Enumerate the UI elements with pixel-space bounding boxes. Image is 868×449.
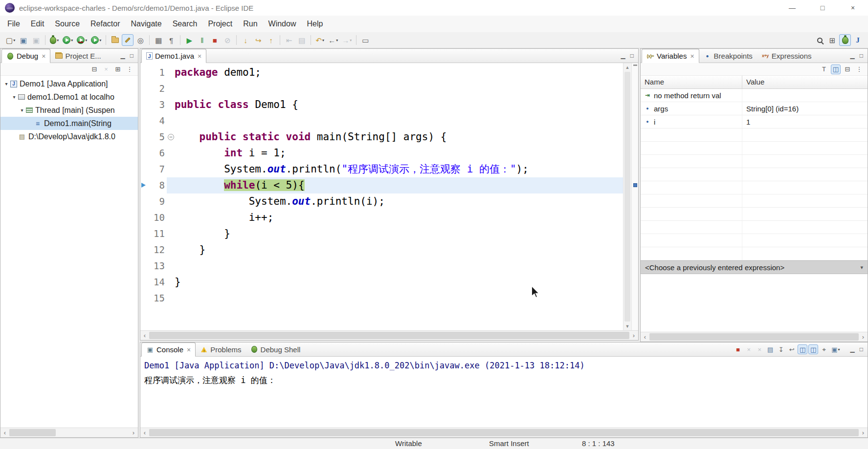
terminate-button[interactable]: ■ xyxy=(209,34,221,46)
run-button[interactable]: ▾ xyxy=(61,34,74,46)
suspend-button[interactable]: ‖ xyxy=(196,34,208,46)
code-text[interactable] xyxy=(175,81,623,97)
forward-button[interactable]: →▾ xyxy=(340,34,353,46)
code-text[interactable] xyxy=(175,113,623,129)
scroll-right-icon[interactable] xyxy=(129,428,138,437)
console-output[interactable]: Demo1 [Java Application] D:\Develop\Java… xyxy=(140,357,868,428)
collapse-all-button[interactable]: ⊟ xyxy=(843,64,852,74)
close-tab-icon[interactable]: × xyxy=(690,52,694,60)
menu-item-file[interactable]: File xyxy=(2,16,25,32)
menu-item-window[interactable]: Window xyxy=(263,16,302,32)
menu-item-edit[interactable]: Edit xyxy=(25,16,50,32)
tree-item-demo1-main-string[interactable]: Demo1.main(String xyxy=(0,117,138,130)
variables-detail-pane[interactable] xyxy=(641,274,868,332)
scroll-thumb[interactable] xyxy=(624,72,630,321)
run-external-tools-button[interactable]: ▾ xyxy=(89,34,103,46)
menu-item-source[interactable]: Source xyxy=(49,16,85,32)
open-console-button[interactable]: ▣▾ xyxy=(830,344,841,354)
open-perspective-button[interactable]: ⊞ xyxy=(826,34,838,46)
scroll-right-icon[interactable] xyxy=(859,428,868,437)
tree-chevron-icon[interactable]: ▾ xyxy=(18,107,26,113)
maximize-view-icon[interactable]: □ xyxy=(860,52,863,59)
collapse-region-icon[interactable]: − xyxy=(168,134,174,140)
scroll-right-icon[interactable] xyxy=(859,332,868,342)
back-button[interactable]: ←▾ xyxy=(327,34,339,46)
tree-chevron-icon[interactable]: ▾ xyxy=(10,94,18,100)
annotation-ruler[interactable] xyxy=(140,193,147,210)
annotation-ruler[interactable] xyxy=(140,242,147,258)
clear-console-button[interactable]: ▤ xyxy=(765,344,775,354)
minimize-view-icon[interactable]: ▁ xyxy=(850,346,855,353)
code-text[interactable]: public class Demo1 { xyxy=(175,97,623,113)
show-whitespace-button[interactable]: ¶ xyxy=(165,34,177,46)
step-into-button[interactable]: ↓ xyxy=(240,34,251,46)
block-selection-button[interactable]: ▦ xyxy=(153,34,164,46)
code-text[interactable]: int i = 1; xyxy=(175,145,623,161)
tab-console[interactable]: Console× xyxy=(141,342,196,357)
remove-all-terminated-button[interactable]: × xyxy=(101,64,111,74)
current-line-marker[interactable] xyxy=(633,183,637,187)
tree-chevron-icon[interactable]: ▾ xyxy=(2,81,10,86)
mark-occurrences-button[interactable] xyxy=(122,34,134,46)
show-stderr-toggle-button[interactable]: ◫ xyxy=(808,344,818,354)
scroll-left-icon[interactable] xyxy=(0,428,9,437)
chevron-down-icon[interactable] xyxy=(860,264,863,271)
tab-problems[interactable]: Problems xyxy=(196,342,245,356)
scroll-thumb[interactable] xyxy=(149,332,629,339)
code-text[interactable]: } xyxy=(175,226,623,242)
scroll-thumb[interactable] xyxy=(9,429,56,436)
code-text[interactable]: } xyxy=(175,242,623,258)
code-text[interactable]: System.out.println(i); xyxy=(175,193,623,210)
code-text[interactable]: while(i < 5){ xyxy=(175,177,623,193)
remove-all-launches-button[interactable]: × xyxy=(755,344,764,354)
terminate-console-button[interactable]: ■ xyxy=(733,344,743,354)
tree-item-demo1-java-application[interactable]: ▾Demo1 [Java Application] xyxy=(0,77,138,90)
close-button[interactable]: × xyxy=(838,0,868,16)
code-text[interactable] xyxy=(175,258,623,274)
view-menu-button[interactable]: ⋮ xyxy=(125,64,134,74)
new-button[interactable]: ▢▾ xyxy=(4,34,17,46)
menu-item-refactor[interactable]: Refactor xyxy=(85,16,125,32)
tab-project-e[interactable]: Project E... xyxy=(50,49,105,63)
remove-launch-button[interactable]: × xyxy=(744,344,754,354)
java-perspective-button[interactable] xyxy=(852,34,864,46)
maximize-view-icon[interactable]: □ xyxy=(630,52,634,59)
menu-item-run[interactable]: Run xyxy=(238,16,263,32)
coverage-button[interactable]: ▾ xyxy=(75,34,89,46)
code-text[interactable]: System.out.println("程序调试演示，注意观察 i 的值："); xyxy=(175,161,623,177)
scroll-left-icon[interactable] xyxy=(641,332,649,342)
annotation-ruler[interactable] xyxy=(140,290,147,306)
tab-breakpoints[interactable]: Breakpoints xyxy=(699,49,757,63)
maximize-button[interactable]: □ xyxy=(807,0,838,16)
annotation-ruler[interactable] xyxy=(140,274,147,290)
pin-editor-button[interactable]: ▭ xyxy=(359,34,371,46)
drop-to-frame-button[interactable]: ⇤ xyxy=(283,34,295,46)
tree-item-thread-main-suspen[interactable]: ▾Thread [main] (Suspen xyxy=(0,104,138,117)
menu-item-help[interactable]: Help xyxy=(301,16,328,32)
code-text[interactable]: i++; xyxy=(175,210,623,226)
show-type-names-button[interactable]: T xyxy=(819,64,829,74)
step-over-button[interactable]: ↪ xyxy=(252,34,264,46)
annotation-ruler[interactable] xyxy=(140,64,147,81)
code-text[interactable]: package demo1; xyxy=(175,64,623,81)
pin-console-button[interactable]: ⌖ xyxy=(819,344,829,354)
debug-perspective-button[interactable] xyxy=(839,34,851,46)
tree-item-demo1-demo1-at-localho[interactable]: ▾demo1.Demo1 at localho xyxy=(0,90,138,104)
save-all-button[interactable]: ▣ xyxy=(30,34,42,46)
use-step-filters-button[interactable]: ▤ xyxy=(296,34,308,46)
scroll-thumb[interactable] xyxy=(649,333,859,341)
search-button[interactable] xyxy=(814,34,825,46)
annotation-ruler[interactable] xyxy=(140,210,147,226)
view-menu-button[interactable]: ⋮ xyxy=(854,64,864,74)
open-element-button[interactable]: ◎ xyxy=(134,34,146,46)
tab-debug[interactable]: Debug× xyxy=(1,49,50,63)
last-edit-location-button[interactable]: ↶▾ xyxy=(314,34,326,46)
annotation-ruler[interactable] xyxy=(140,161,147,177)
tab-debug-shell[interactable]: Debug Shell xyxy=(246,342,305,356)
scroll-right-icon[interactable] xyxy=(629,331,638,340)
view-layout-button[interactable]: ⊞ xyxy=(113,64,123,74)
new-java-project-button[interactable] xyxy=(109,34,121,46)
menu-item-search[interactable]: Search xyxy=(167,16,203,32)
maximize-view-icon[interactable]: □ xyxy=(860,346,863,353)
tab-expressions[interactable]: Expressions xyxy=(757,49,816,63)
